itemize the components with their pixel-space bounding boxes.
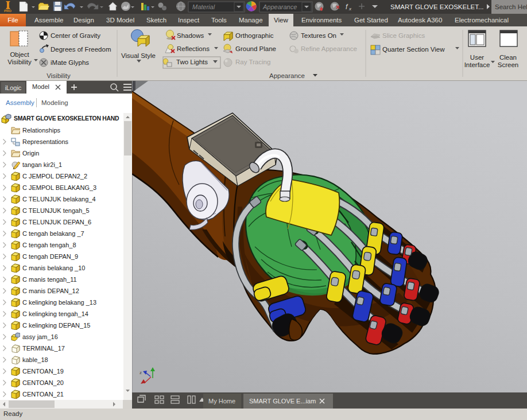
svg-text:f: f (346, 3, 348, 11)
svg-text:z: z (140, 370, 142, 375)
svg-text:Appearance: Appearance (262, 3, 297, 10)
svg-text:Material: Material (192, 3, 215, 10)
svg-text:PRO: PRO (4, 9, 11, 13)
svg-text:SMART GLOVE E...iam: SMART GLOVE E...iam (249, 398, 316, 405)
svg-text:x: x (348, 6, 352, 11)
svg-text:Search Hel: Search Hel (495, 3, 527, 10)
svg-text:SMART GLOVE EXOSKELET...: SMART GLOVE EXOSKELET... (390, 3, 484, 10)
svg-text:My Home: My Home (208, 398, 235, 405)
